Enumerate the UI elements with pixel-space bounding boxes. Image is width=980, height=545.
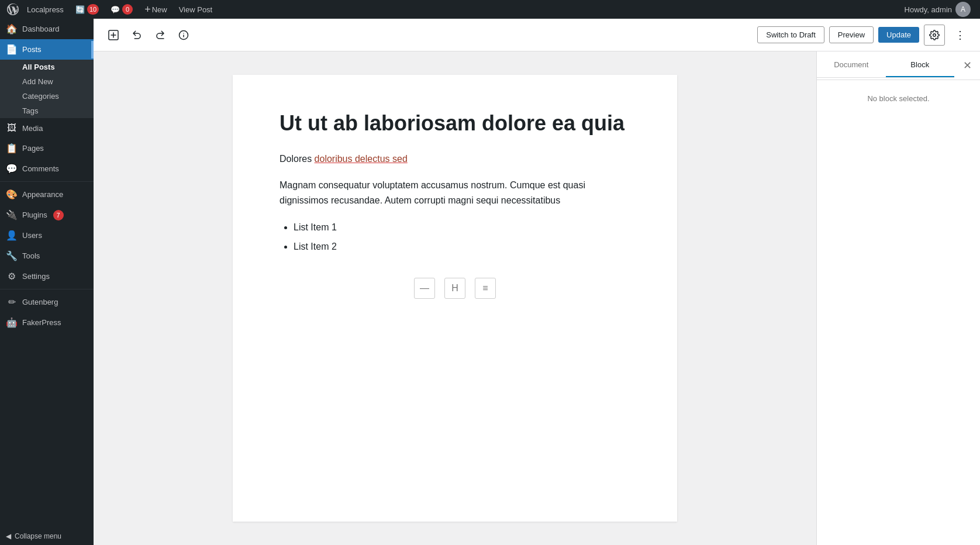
- users-icon: 👤: [6, 230, 18, 241]
- editor-main: Ut ut ab laboriosam dolore ea quia Dolor…: [94, 51, 816, 545]
- admin-bar: Localpress 🔄 10 💬 0 + New View Post Howd…: [0, 0, 980, 19]
- paragraph-1[interactable]: Dolores doloribus delectus sed: [279, 151, 630, 167]
- sidebar-item-label: Media: [22, 124, 43, 133]
- adminbar-new[interactable]: + New: [139, 0, 173, 19]
- sidebar-item-label: FakerPress: [22, 318, 61, 327]
- list-item-2[interactable]: List Item 2: [294, 239, 630, 254]
- sidebar-item-dashboard[interactable]: 🏠 Dashboard: [0, 19, 94, 39]
- sidebar-item-pages[interactable]: 📋 Pages: [0, 138, 94, 158]
- list-item-1[interactable]: List Item 1: [294, 220, 630, 235]
- collapse-label: Collapse menu: [15, 532, 61, 540]
- sidebar-subitem-categories[interactable]: Categories: [0, 89, 94, 104]
- info-button[interactable]: [173, 25, 194, 46]
- para1-text: Dolores: [279, 154, 315, 164]
- adminbar-comments[interactable]: 💬 0: [105, 0, 139, 19]
- sidebar-collapse-button[interactable]: ◀ Collapse menu: [0, 527, 94, 545]
- avatar: A: [955, 2, 971, 17]
- gutenberg-icon: ✏: [6, 296, 18, 308]
- sidebar-item-appearance[interactable]: 🎨 Appearance: [0, 184, 94, 205]
- sidebar-subitem-tags[interactable]: Tags: [0, 104, 94, 118]
- add-block-button[interactable]: [103, 25, 124, 46]
- posts-submenu: All Posts Add New Categories Tags: [0, 60, 94, 118]
- sidebar-item-posts[interactable]: 📄 Posts: [0, 39, 94, 60]
- editor-toolbar: Switch to Draft Preview Update ⋮: [94, 19, 980, 51]
- sidebar-item-settings[interactable]: ⚙ Settings: [0, 266, 94, 287]
- comments-icon: 💬: [6, 163, 18, 174]
- fakerpress-icon: 🤖: [6, 317, 18, 328]
- sidebar-item-label: Appearance: [22, 190, 63, 199]
- tab-block[interactable]: Block: [886, 53, 955, 77]
- update-button[interactable]: Update: [878, 27, 919, 43]
- separator-add-icon[interactable]: —: [414, 278, 435, 299]
- posts-icon: 📄: [6, 44, 18, 55]
- sidebar-item-label: Gutenberg: [22, 298, 58, 306]
- adminbar-updates[interactable]: 🔄 10: [70, 0, 105, 19]
- panel-no-block: No block selected.: [817, 80, 980, 545]
- collapse-icon: ◀: [6, 532, 11, 540]
- toolbar-right: Switch to Draft Preview Update ⋮: [757, 25, 971, 46]
- media-icon: 🖼: [6, 123, 18, 133]
- preview-button[interactable]: Preview: [829, 26, 874, 43]
- no-block-selected-text: No block selected.: [867, 94, 929, 103]
- sidebar-item-plugins[interactable]: 🔌 Plugins 7: [0, 205, 94, 225]
- plugins-badge: 7: [53, 210, 64, 220]
- post-list: List Item 1 List Item 2: [294, 220, 630, 254]
- panel-tabs: Document Block: [817, 53, 954, 78]
- sidebar-item-label: Plugins: [22, 211, 47, 219]
- adminbar-right: Howdy, admin A: [900, 2, 975, 17]
- switch-draft-button[interactable]: Switch to Draft: [757, 26, 824, 43]
- sidebar-item-label: Settings: [22, 272, 50, 281]
- sidebar-item-label: Posts: [22, 45, 42, 54]
- adminbar-site-name[interactable]: Localpress: [21, 0, 70, 19]
- adminbar-howdy[interactable]: Howdy, admin A: [900, 2, 975, 17]
- sidebar-item-media[interactable]: 🖼 Media: [0, 118, 94, 138]
- sidebar-subitem-add-new[interactable]: Add New: [0, 74, 94, 89]
- undo-button[interactable]: [126, 25, 147, 46]
- right-panel: Document Block ✕ No block selected.: [816, 51, 980, 545]
- sidebar-item-fakerpress[interactable]: 🤖 FakerPress: [0, 312, 94, 333]
- pages-icon: 📋: [6, 143, 18, 154]
- sidebar-item-label: Users: [22, 231, 42, 240]
- post-body: Dolores doloribus delectus sed Magnam co…: [279, 151, 630, 254]
- sidebar-subitem-all-posts[interactable]: All Posts: [0, 60, 94, 74]
- sidebar-item-label: Dashboard: [22, 25, 60, 33]
- post-title[interactable]: Ut ut ab laboriosam dolore ea quia: [279, 110, 630, 137]
- sidebar: 🏠 Dashboard 📄 Posts All Posts Add New Ca…: [0, 19, 94, 545]
- main-layout: 🏠 Dashboard 📄 Posts All Posts Add New Ca…: [0, 19, 980, 545]
- more-options-button[interactable]: ⋮: [950, 25, 971, 46]
- settings-icon: ⚙: [6, 271, 18, 282]
- svg-point-2: [933, 33, 936, 36]
- list-add-icon[interactable]: ≡: [475, 278, 496, 299]
- heading-add-icon[interactable]: H: [444, 278, 465, 299]
- wp-logo-icon[interactable]: [5, 0, 21, 19]
- para1-link[interactable]: doloribus delectus sed: [315, 154, 408, 164]
- sidebar-item-comments[interactable]: 💬 Comments: [0, 158, 94, 179]
- tab-document[interactable]: Document: [817, 53, 886, 77]
- panel-tabs-row: Document Block ✕: [817, 51, 980, 80]
- plugins-icon: 🔌: [6, 209, 18, 220]
- sidebar-item-label: Pages: [22, 144, 44, 153]
- redo-button[interactable]: [150, 25, 171, 46]
- appearance-icon: 🎨: [6, 189, 18, 200]
- adminbar-view-post[interactable]: View Post: [173, 0, 219, 19]
- editor-content-area: Ut ut ab laboriosam dolore ea quia Dolor…: [233, 75, 677, 522]
- editor-wrap: Switch to Draft Preview Update ⋮ Ut ut a…: [94, 19, 980, 545]
- panel-close-button[interactable]: ✕: [957, 55, 978, 76]
- sidebar-item-gutenberg[interactable]: ✏ Gutenberg: [0, 292, 94, 312]
- tools-icon: 🔧: [6, 250, 18, 261]
- sidebar-item-tools[interactable]: 🔧 Tools: [0, 246, 94, 266]
- paragraph-2[interactable]: Magnam consequatur voluptatem accusamus …: [279, 178, 630, 208]
- sidebar-item-users[interactable]: 👤 Users: [0, 225, 94, 246]
- settings-panel-button[interactable]: [924, 25, 945, 46]
- editor-body: Ut ut ab laboriosam dolore ea quia Dolor…: [94, 51, 980, 545]
- sidebar-item-label: Tools: [22, 251, 40, 260]
- block-add-area: — H ≡: [279, 272, 630, 305]
- dashboard-icon: 🏠: [6, 23, 18, 35]
- sidebar-item-label: Comments: [22, 164, 59, 173]
